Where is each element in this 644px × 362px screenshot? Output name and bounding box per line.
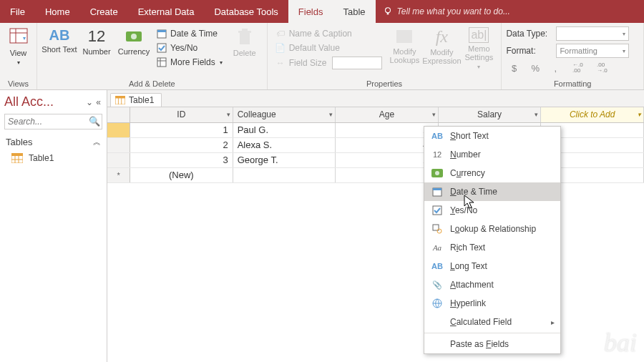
increase-decimals-button[interactable]: ←.0.00 [569, 62, 586, 74]
nav-item-table1[interactable]: Table1 [0, 150, 107, 166]
svg-rect-9 [157, 30, 166, 32]
cell-age[interactable]: 27 [336, 152, 439, 167]
field-size-label: Field Size [289, 58, 327, 68]
checkbox-icon [431, 205, 443, 216]
cell-new-label[interactable]: (New) [130, 167, 233, 182]
menu-item-number[interactable]: 12 Number [424, 145, 560, 164]
menu-item-label: Long Text [450, 261, 487, 271]
percent-format-button[interactable]: % [529, 62, 542, 74]
cell-age[interactable]: 22 [336, 122, 439, 137]
data-type-dropdown[interactable]: ▾ [556, 26, 629, 41]
table-row-new[interactable]: * (New) 0 € 0,00 [107, 167, 644, 182]
menu-item-attachment[interactable]: 📎 Attachment [424, 275, 560, 294]
tab-create[interactable]: Create [80, 0, 128, 23]
tab-fields[interactable]: Fields [288, 0, 333, 23]
menu-item-long-text[interactable]: AB Long Text [424, 257, 560, 275]
menu-item-label: Lookup & Relationship [450, 224, 536, 234]
tab-table[interactable]: Table [333, 0, 376, 23]
menu-item-label: Paste as Fields [450, 339, 509, 349]
cell-colleague[interactable]: Paul G. [233, 122, 336, 137]
cell-age[interactable]: 0 [336, 167, 439, 182]
view-label: View [10, 49, 27, 57]
fx-icon: fx [436, 27, 448, 47]
yes-no-button[interactable]: Yes/No [153, 41, 225, 54]
submenu-arrow-icon: ▸ [551, 318, 555, 326]
modify-expression-label: Modify Expression [422, 48, 461, 65]
column-dropdown-icon[interactable]: ▾ [535, 111, 538, 118]
modify-lookups-button: Modify Lookups [386, 24, 422, 64]
comma-format-button[interactable]: , [549, 62, 562, 74]
date-time-button[interactable]: Date & Time [153, 27, 225, 40]
format-dropdown[interactable]: Formatting▾ [556, 44, 629, 58]
table-row[interactable]: 2 Alexa S. 45 € 1.243,00 [107, 137, 644, 152]
nav-collapse-icon[interactable]: « [94, 97, 102, 107]
tab-home[interactable]: Home [35, 0, 80, 23]
decrease-decimals-button[interactable]: .00→.0 [593, 62, 610, 74]
tab-external-data[interactable]: External Data [128, 0, 205, 23]
calendar-icon [156, 28, 167, 39]
row-selector-new[interactable]: * [107, 167, 130, 182]
menu-item-label: Number [450, 150, 481, 160]
table-row[interactable]: 3 George T. 27 € 756,00 [107, 152, 644, 167]
menu-item-date-time[interactable]: Date & Time [424, 182, 560, 201]
menu-item-lookup[interactable]: Lookup & Relationship [424, 220, 560, 238]
datasheet-grid[interactable]: ID▾ Colleague▾ Age▾ Salary▾ Click to Add… [107, 107, 644, 362]
menu-item-paste-as-fields[interactable]: Paste as Fields [424, 335, 560, 353]
tag-icon: 🏷 [275, 28, 286, 39]
column-header-click-to-add[interactable]: Click to Add▾ [541, 107, 644, 122]
date-time-label: Date & Time [170, 29, 218, 39]
tell-me[interactable]: Tell me what you want to do... [376, 0, 510, 23]
tab-database-tools[interactable]: Database Tools [204, 0, 288, 23]
table-row[interactable]: 1 Paul G. 22 € 545,00 [107, 122, 644, 137]
nav-search-input[interactable] [4, 114, 102, 129]
memo-settings-button: ab| Memo Settings ▾ [461, 24, 497, 72]
short-text-button[interactable]: AB Short Text [42, 24, 77, 54]
menu-item-short-text[interactable]: AB Short Text [424, 127, 560, 145]
number-button[interactable]: 12 Number [79, 24, 114, 56]
search-icon[interactable]: 🔍 [89, 116, 100, 127]
document-tab-table1[interactable]: Table1 [110, 93, 162, 107]
column-header-salary[interactable]: Salary▾ [438, 107, 541, 122]
currency-button[interactable]: Currency [116, 24, 152, 56]
svg-rect-11 [157, 58, 166, 67]
svg-rect-10 [157, 44, 166, 52]
menu-item-hyperlink[interactable]: Hyperlink [424, 294, 560, 313]
cell-age[interactable]: 45 [336, 137, 439, 152]
menu-item-yes-no[interactable]: Yes/No [424, 201, 560, 220]
svg-point-0 [385, 8, 390, 13]
tab-file[interactable]: File [0, 0, 35, 23]
short-text-icon: AB [431, 130, 443, 142]
document-tabs: Table1 [107, 90, 644, 107]
nav-search: 🔍 [4, 114, 102, 129]
row-selector[interactable] [107, 122, 130, 137]
more-fields-button[interactable]: More Fields ▾ [153, 56, 225, 69]
cell-colleague[interactable]: Alexa S. [233, 137, 336, 152]
field-size-row: ↔ Field Size [272, 56, 386, 70]
nav-dropdown-icon[interactable]: ⌄ [84, 97, 94, 107]
cell-id[interactable]: 2 [130, 137, 233, 152]
cell-id[interactable]: 1 [130, 122, 233, 137]
column-dropdown-icon[interactable]: ▾ [638, 111, 641, 118]
column-header-colleague[interactable]: Colleague▾ [233, 107, 336, 122]
menu-item-currency[interactable]: Currency [424, 164, 560, 182]
column-dropdown-icon[interactable]: ▾ [227, 111, 230, 118]
collapse-group-icon[interactable]: ︽ [93, 137, 101, 147]
column-header-id[interactable]: ID▾ [130, 107, 233, 122]
column-dropdown-icon[interactable]: ▾ [329, 111, 333, 118]
menu-item-calculated-field[interactable]: Calculated Field ▸ [424, 313, 560, 331]
menu-item-rich-text[interactable]: Aa Rich Text [424, 238, 560, 257]
view-button[interactable]: View ▾ [4, 24, 32, 67]
currency-format-button[interactable]: $ [509, 62, 522, 74]
cell-colleague[interactable] [233, 167, 336, 182]
column-header-age[interactable]: Age▾ [336, 107, 439, 122]
row-selector[interactable] [107, 137, 130, 152]
nav-group-tables[interactable]: Tables ︽ [0, 134, 107, 150]
svg-point-7 [131, 34, 137, 39]
cell-id[interactable]: 3 [130, 152, 233, 167]
row-selector[interactable] [107, 152, 130, 167]
nav-title-row[interactable]: All Acc... ⌄ « [0, 90, 107, 114]
column-dropdown-icon[interactable]: ▾ [432, 111, 436, 118]
cell-colleague[interactable]: George T. [233, 152, 336, 167]
nav-title-label: All Acc... [4, 94, 54, 109]
select-all-cell[interactable] [107, 107, 130, 122]
